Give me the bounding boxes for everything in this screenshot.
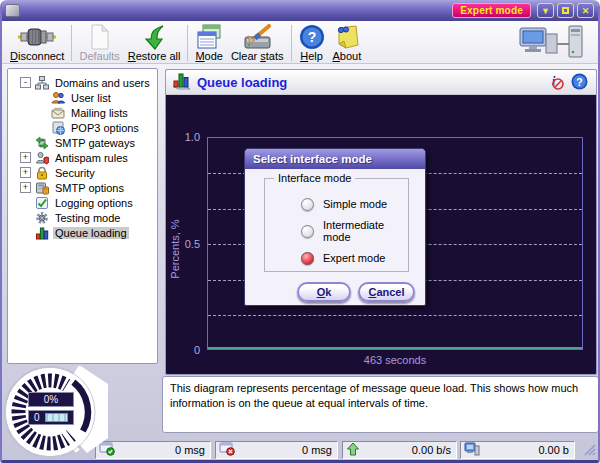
testing-mode-gear-icon xyxy=(35,211,49,225)
sidebar-item-testing-mode[interactable]: Testing mode xyxy=(8,210,157,225)
gauge-lcd-icon xyxy=(45,413,68,422)
smtp-options-icon xyxy=(35,181,49,195)
queue-load-gauge: 0% 0 xyxy=(2,366,108,462)
minimize-button[interactable]: ▼ xyxy=(537,3,554,18)
radio-expert-mode[interactable]: Expert mode xyxy=(301,251,385,265)
sidebar-item-smtp-gateways[interactable]: SMTP gateways xyxy=(8,135,157,150)
page-title: Queue loading xyxy=(197,75,287,90)
expand-box-icon[interactable]: + xyxy=(20,182,31,193)
app-icon xyxy=(5,4,20,17)
smtp-gateways-icon xyxy=(35,136,49,150)
collapse-box-icon[interactable]: - xyxy=(20,77,31,88)
select-interface-mode-dialog: Select interface mode Interface mode Sim… xyxy=(244,148,426,306)
status-received-messages: 0 msg xyxy=(95,441,211,459)
about-label: About xyxy=(333,50,362,62)
clear-stats-icon xyxy=(242,23,272,50)
radio-label: Simple mode xyxy=(323,198,387,210)
panel-header: Queue loading i ? xyxy=(166,70,596,95)
status-value: 0.00 b xyxy=(538,444,569,456)
network-traffic-icon xyxy=(464,442,480,458)
y-tick-1.0: 1.0 xyxy=(170,131,200,143)
disconnect-icon xyxy=(18,23,56,50)
info-disabled-icon[interactable]: i xyxy=(547,73,564,92)
svg-text:?: ? xyxy=(307,29,316,45)
radio-icon[interactable] xyxy=(301,198,314,211)
status-rejected-messages: 0 msg xyxy=(215,441,338,459)
status-value: 0.00 b/s xyxy=(412,444,451,456)
sidebar-item-user-list[interactable]: User list xyxy=(8,90,157,105)
clear-stats-button[interactable]: Clear stats xyxy=(227,22,288,62)
mode-button[interactable]: Mode xyxy=(191,22,227,62)
svg-text:?: ? xyxy=(576,75,582,87)
sidebar-item-smtp-options[interactable]: + SMTP options xyxy=(8,180,157,195)
cancel-label: Cancel xyxy=(368,286,404,298)
sidebar-item-label: Domains and users xyxy=(53,77,152,89)
restore-all-icon xyxy=(141,23,167,50)
gauge-percent-display: 0% xyxy=(28,392,74,407)
sidebar-item-label: POP3 options xyxy=(69,122,141,134)
radio-selected-icon[interactable] xyxy=(301,252,314,265)
resize-grip[interactable] xyxy=(581,441,596,458)
about-icon xyxy=(334,23,360,50)
radio-icon[interactable] xyxy=(301,225,314,238)
disconnect-label: Disconnect xyxy=(10,50,64,62)
defaults-icon xyxy=(89,23,111,50)
dialog-title: Select interface mode xyxy=(245,149,425,169)
sidebar-item-label: Antispam rules xyxy=(53,152,130,164)
sidebar-item-label: Mailing lists xyxy=(69,107,130,119)
sidebar-item-label: SMTP gateways xyxy=(53,137,137,149)
gridline xyxy=(208,315,582,316)
ok-label: Ok xyxy=(317,286,332,298)
radio-simple-mode[interactable]: Simple mode xyxy=(301,197,387,211)
help-label: Help xyxy=(300,50,323,62)
sidebar-item-label: Security xyxy=(53,167,97,179)
sidebar-tree: - Domains and users User list Mailing li… xyxy=(7,68,158,364)
disconnect-button[interactable]: Disconnect xyxy=(6,22,68,62)
y-tick-0.5: 0.5 xyxy=(170,238,200,250)
title-bar: Expert mode ▼ ✕ xyxy=(0,0,600,21)
sidebar-item-label: Logging options xyxy=(53,197,135,209)
maximize-icon xyxy=(562,7,569,14)
sidebar-item-security[interactable]: + Security xyxy=(8,165,157,180)
sidebar-item-mailing-lists[interactable]: Mailing lists xyxy=(8,105,157,120)
panel-help-icon[interactable]: ? xyxy=(571,73,588,92)
about-button[interactable]: About xyxy=(329,22,366,62)
sidebar-item-pop3-options[interactable]: POP3 options xyxy=(8,120,157,135)
radio-intermediate-mode[interactable]: Intermediate mode xyxy=(301,224,408,238)
help-icon: ? xyxy=(299,23,325,50)
queue-loading-chart-icon xyxy=(35,226,49,240)
panel-chart-icon xyxy=(172,72,191,93)
restore-all-label: Restore all xyxy=(128,50,181,62)
expand-box-icon[interactable]: + xyxy=(20,152,31,163)
gauge-count-display: 0 xyxy=(28,410,74,425)
sidebar-item-label: User list xyxy=(69,92,113,104)
mail-rejected-icon xyxy=(219,442,235,458)
group-label: Interface mode xyxy=(274,172,355,184)
interface-mode-group: Interface mode Simple mode Intermediate … xyxy=(264,178,409,272)
sidebar-item-label: Queue loading xyxy=(53,227,129,239)
expand-box-icon[interactable]: + xyxy=(20,167,31,178)
sidebar-item-label: Testing mode xyxy=(53,212,122,224)
ok-button[interactable]: Ok xyxy=(297,282,351,302)
defaults-label: Defaults xyxy=(79,50,119,62)
restore-all-button[interactable]: Restore all xyxy=(124,22,185,62)
sidebar-item-logging-options[interactable]: Logging options xyxy=(8,195,157,210)
cancel-button[interactable]: Cancel xyxy=(358,282,415,302)
mode-label: Mode xyxy=(195,50,223,62)
defaults-button[interactable]: Defaults xyxy=(75,22,123,62)
queue-load-series-line xyxy=(208,347,582,349)
close-button[interactable]: ✕ xyxy=(577,3,594,18)
radio-label: Expert mode xyxy=(323,252,385,264)
sidebar-item-label: SMTP options xyxy=(53,182,126,194)
connection-status-icon xyxy=(518,24,584,62)
sidebar-item-antispam-rules[interactable]: + Antispam rules xyxy=(8,150,157,165)
mail-server-admin-window: Expert mode ▼ ✕ Disconnect Defaults Rest… xyxy=(0,0,600,463)
status-total-traffic: 0.00 b xyxy=(460,441,575,459)
y-tick-0: 0 xyxy=(170,344,200,356)
help-button[interactable]: ? Help xyxy=(295,22,329,62)
status-transfer-speed: 0.00 b/s xyxy=(342,441,457,459)
sidebar-item-queue-loading[interactable]: Queue loading xyxy=(8,225,157,240)
sidebar-item-domains-and-users[interactable]: - Domains and users xyxy=(8,75,157,90)
gauge-count-value: 0 xyxy=(34,412,40,423)
maximize-button[interactable] xyxy=(557,3,574,18)
